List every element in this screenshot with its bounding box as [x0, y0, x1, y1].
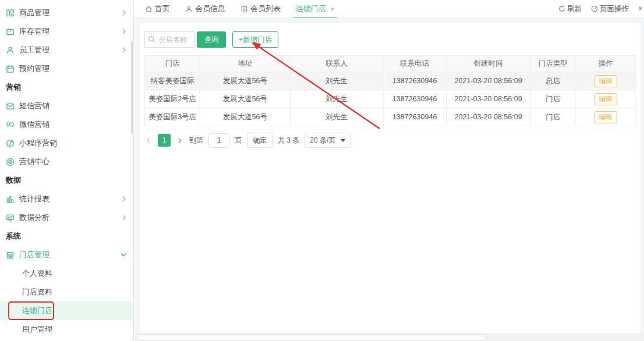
- chevron-right-icon: [122, 215, 126, 221]
- confirm-button[interactable]: 确定: [247, 133, 273, 148]
- cell-address: 发展大道56号: [200, 72, 290, 90]
- column-header-phone: 联系电话: [383, 56, 446, 72]
- horizontal-scrollbar-thumb[interactable]: [137, 334, 486, 340]
- table-row: 美姿国际2号店 发展大道56号 刘先生 13872630946 2021-03-…: [145, 90, 636, 108]
- page-size-select[interactable]: 20 条/页: [305, 133, 351, 148]
- goto-prefix-label: 到第: [189, 136, 203, 145]
- close-icon[interactable]: ×: [330, 5, 335, 13]
- column-header-type: 门店类型: [530, 56, 576, 72]
- sidebar-item-marketing-center[interactable]: 营销中心: [0, 152, 133, 171]
- edit-button[interactable]: 编辑: [595, 93, 617, 105]
- sidebar-item-wechat-marketing[interactable]: 微信营销: [0, 115, 133, 134]
- sidebar-item-analytics[interactable]: 数据分析: [0, 208, 133, 227]
- sidebar-item-booking[interactable]: 预约管理: [0, 59, 133, 78]
- prev-page-button[interactable]: [144, 134, 153, 147]
- list-icon: [240, 5, 248, 13]
- topbar-actions: 刷新 页面操作 ×: [558, 4, 644, 14]
- user-icon: [185, 5, 193, 13]
- chevron-right-icon: [122, 29, 126, 34]
- sidebar-item-store-profile[interactable]: 门店资料: [0, 283, 133, 301]
- sidebar-item-goods[interactable]: 商品管理: [0, 3, 133, 22]
- edit-button[interactable]: 编辑: [595, 75, 617, 87]
- active-tab-underline: [293, 17, 337, 18]
- tab-home[interactable]: 首页: [145, 0, 170, 18]
- chevron-left-icon: [146, 137, 151, 144]
- next-page-button[interactable]: [176, 134, 184, 147]
- chevron-right-icon: [178, 137, 182, 144]
- gauge-icon: [591, 5, 598, 12]
- sidebar-item-label: 微信营销: [19, 119, 49, 130]
- sidebar-item-statistics[interactable]: 统计报表: [0, 190, 133, 208]
- box-icon: [6, 27, 15, 36]
- sidebar-item-user-management[interactable]: 用户管理: [0, 320, 133, 339]
- mail-icon: [6, 102, 15, 111]
- sidebar-item-personal-profile[interactable]: 个人资料: [0, 264, 133, 283]
- sidebar-item-label: 短信营销: [19, 101, 49, 111]
- sidebar-item-staff[interactable]: 员工管理: [0, 41, 133, 59]
- refresh-icon: [558, 5, 565, 12]
- tab-label: 首页: [155, 3, 170, 14]
- cell-type: 总店: [530, 72, 576, 90]
- sidebar-item-miniprogram-marketing[interactable]: 小程序营销: [0, 134, 133, 152]
- goto-suffix-label: 页: [235, 136, 242, 145]
- store-icon: [6, 251, 15, 260]
- page-operations-button[interactable]: 页面操作: [591, 4, 629, 14]
- search-box: [144, 31, 194, 48]
- tab-label: 连锁门店: [296, 3, 326, 14]
- sidebar-item-sms-marketing[interactable]: 短信营销: [0, 97, 133, 115]
- sidebar-item-label: 员工管理: [19, 45, 49, 55]
- column-header-actions: 操作: [576, 56, 636, 72]
- refresh-button[interactable]: 刷新: [558, 4, 582, 14]
- tab-member-list[interactable]: 会员列表: [240, 0, 281, 18]
- table-header-row: 门店 地址 联系人 联系电话 创建时间 门店类型 操作: [145, 56, 636, 72]
- tab-member-info[interactable]: 会员信息: [185, 0, 225, 18]
- sidebar-item-label: 库存管理: [19, 26, 49, 37]
- table-row: 美姿国际3号店 发展大道56号 刘先生 13872630946 2021-03-…: [145, 108, 636, 126]
- sidebar-item-inventory[interactable]: 库存管理: [0, 22, 133, 41]
- sidebar-item-store-management[interactable]: 门店管理: [0, 246, 133, 264]
- edit-button[interactable]: 编辑: [595, 111, 617, 123]
- page-size-value: 20 条/页: [310, 136, 335, 145]
- sidebar-item-label: 门店管理: [19, 250, 49, 260]
- cell-type: 门店: [530, 108, 576, 126]
- grid-icon: [6, 9, 15, 17]
- sidebar-item-chain-stores[interactable]: 连锁门店: [0, 301, 133, 320]
- total-count-label: 共 3 条: [278, 136, 299, 145]
- goto-page-input[interactable]: [208, 133, 229, 148]
- search-button[interactable]: 查询: [197, 31, 226, 48]
- cell-address: 发展大道56号: [200, 108, 290, 126]
- stores-table: 门店 地址 联系人 联系电话 创建时间 门店类型 操作 纳客美姿国际 发展大道5…: [144, 55, 636, 126]
- clipped-close-icon[interactable]: ×: [638, 5, 644, 13]
- chevron-right-icon: [122, 196, 126, 202]
- cell-phone: 13872630946: [383, 108, 446, 126]
- sidebar-item-label: 预约管理: [19, 63, 49, 74]
- sidebar-section-data: 数据: [0, 171, 133, 190]
- column-header-contact: 联系人: [290, 56, 383, 72]
- search-icon: [148, 35, 155, 43]
- cell-contact: 刘先生: [290, 90, 383, 108]
- sidebar-section-system: 系统: [0, 227, 133, 246]
- page-number-button[interactable]: 1: [158, 134, 171, 147]
- caret-down-icon: [341, 139, 345, 142]
- horizontal-scrollbar[interactable]: [135, 333, 644, 341]
- cell-created: 2021-03-20 08:56:09: [446, 90, 530, 108]
- page-operations-label: 页面操作: [600, 4, 629, 14]
- wechat-icon: [6, 120, 15, 129]
- cell-contact: 刘先生: [290, 72, 383, 90]
- chevron-down-icon: [121, 253, 126, 257]
- content-area: 查询 +新增门店 门店 地址 联系人 联系电话 创建时间 门店类型 操作: [135, 18, 644, 341]
- cell-store: 美姿国际3号店: [145, 108, 200, 126]
- sidebar-item-label: 小程序营销: [19, 138, 57, 148]
- sidebar-scrollbar-thumb[interactable]: [131, 41, 133, 134]
- tab-label: 会员列表: [250, 3, 281, 14]
- cell-created: 2021-03-20 08:56:09: [446, 108, 530, 126]
- tab-chain-stores[interactable]: 连锁门店 ×: [296, 0, 335, 18]
- tab-bar: 首页 会员信息 会员列表 连锁门店 × 刷新 页面操作 ×: [135, 0, 644, 18]
- bar-chart-icon: [6, 195, 15, 204]
- column-header-created: 创建时间: [446, 56, 530, 72]
- sidebar-item-label: 统计报表: [19, 194, 49, 204]
- user-icon: [6, 46, 15, 55]
- cell-phone: 13872630946: [383, 90, 446, 108]
- add-store-button[interactable]: +新增门店: [232, 31, 278, 48]
- cell-contact: 刘先生: [290, 108, 383, 126]
